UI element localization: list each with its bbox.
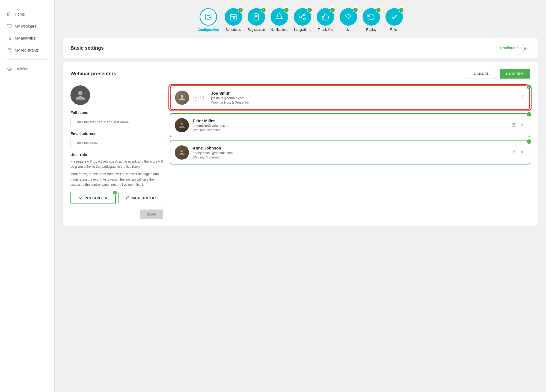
peter-miller-avatar bbox=[175, 118, 189, 132]
anne-johnson-email: annejohnson@domain.com bbox=[193, 151, 507, 155]
step-live-circle: ✓ bbox=[340, 8, 357, 26]
joe-smith-actions bbox=[519, 94, 525, 101]
svg-line-21 bbox=[301, 17, 304, 19]
anne-johnson-remove-button[interactable] bbox=[519, 149, 525, 156]
step-live-label: Live bbox=[345, 28, 351, 32]
step-live-check: ✓ bbox=[353, 7, 358, 13]
sidebar-item-webinars-label: My webinars bbox=[15, 24, 36, 28]
step-registration-check: ✓ bbox=[261, 7, 266, 13]
peter-miller-email: petermiller@domain.com bbox=[193, 124, 507, 128]
peter-miller-edit-button[interactable] bbox=[511, 122, 517, 129]
sidebar-item-registrants-label: My registrants bbox=[15, 48, 39, 52]
webinar-icon bbox=[7, 23, 12, 29]
svg-point-27 bbox=[195, 97, 196, 99]
peter-miller-role: Webinar Presenter bbox=[193, 128, 507, 132]
step-thank-you-circle: ✓ bbox=[317, 8, 334, 26]
mic-icon-sm bbox=[200, 95, 206, 101]
sidebar-item-my-webinars[interactable]: My webinars bbox=[0, 20, 54, 32]
anne-johnson-role: Webinar Moderator bbox=[193, 155, 507, 159]
sidebar-item-home-label: Home bbox=[15, 12, 25, 16]
registrants-icon bbox=[7, 47, 12, 53]
step-integrations-circle: ✓ bbox=[294, 8, 311, 26]
basic-settings-title: Basic settings bbox=[70, 45, 104, 51]
step-schedules-label: Schedules bbox=[226, 28, 241, 32]
basic-settings-card: Basic settings Configured bbox=[63, 38, 538, 58]
svg-point-18 bbox=[304, 14, 305, 16]
presenter-btn-label: PRESENTER bbox=[85, 196, 108, 200]
step-integrations-check: ✓ bbox=[307, 7, 312, 13]
home-icon bbox=[7, 11, 12, 17]
presenter-role-button[interactable]: PRESENTER ✓ bbox=[70, 192, 116, 204]
anne-johnson-edit-button[interactable] bbox=[511, 149, 517, 156]
role-description-moderators: Moderators, on the other hand, will only… bbox=[70, 172, 163, 187]
presenter-icons bbox=[193, 95, 206, 101]
svg-point-26 bbox=[127, 196, 128, 198]
peter-miller-info: Peter Miller petermiller@domain.com Webi… bbox=[193, 118, 507, 132]
role-description-presenters: Presenters will proactively speak at the… bbox=[70, 159, 163, 169]
presenters-list: Joe Smith joesmith@domain.com Webinar Ho… bbox=[170, 85, 530, 219]
step-configuration[interactable]: Configuration bbox=[198, 8, 219, 32]
sidebar-item-my-analytics[interactable]: My analytics bbox=[0, 32, 54, 44]
full-name-label: Full name bbox=[70, 110, 163, 115]
presenters-body: Full name Email address User role Presen… bbox=[70, 85, 530, 219]
joe-smith-avatar bbox=[175, 91, 189, 105]
role-buttons: PRESENTER ✓ MODERATOR bbox=[70, 192, 163, 204]
step-finish[interactable]: ✓ Finish bbox=[385, 8, 403, 32]
sidebar-divider bbox=[7, 59, 48, 60]
step-replay[interactable]: ✓ Replay bbox=[363, 8, 380, 32]
step-registration-label: Registration bbox=[248, 28, 265, 32]
presenter-card-anne-johnson[interactable]: Anne Johnson annejohnson@domain.com Webi… bbox=[170, 140, 530, 164]
sidebar: Home My webinars My analytics bbox=[0, 0, 55, 392]
step-schedules-check: ✓ bbox=[238, 7, 243, 13]
key-icon-sm bbox=[193, 95, 199, 101]
step-live[interactable]: ✓ Live bbox=[340, 8, 357, 32]
svg-point-20 bbox=[304, 18, 305, 20]
joe-smith-info: Joe Smith joesmith@domain.com Webinar Ho… bbox=[211, 91, 515, 104]
presenters-actions: CANCEL CONFIRM bbox=[467, 69, 530, 79]
presenter-card-peter-miller[interactable]: Peter Miller petermiller@domain.com Webi… bbox=[170, 113, 530, 137]
anne-johnson-check: ✓ bbox=[526, 139, 532, 144]
peter-miller-remove-button[interactable] bbox=[519, 122, 525, 129]
joe-smith-email: joesmith@domain.com bbox=[211, 96, 515, 100]
step-integrations[interactable]: ✓ Integrations bbox=[294, 8, 311, 32]
step-thank-you-check: ✓ bbox=[330, 7, 335, 13]
sidebar-item-my-registrants[interactable]: My registrants bbox=[0, 44, 54, 56]
joe-smith-name: Joe Smith bbox=[211, 91, 515, 95]
svg-rect-14 bbox=[254, 14, 258, 20]
step-replay-label: Replay bbox=[366, 28, 376, 32]
person-icon bbox=[126, 196, 130, 200]
step-registration[interactable]: ✓ Registration bbox=[248, 8, 265, 32]
configured-label: Configured bbox=[500, 46, 519, 50]
basic-settings-edit-button[interactable] bbox=[521, 44, 530, 52]
moderator-role-button[interactable]: MODERATOR bbox=[118, 192, 163, 204]
presenters-header: Webinar presenters CANCEL CONFIRM bbox=[70, 69, 530, 79]
mic-icon bbox=[79, 196, 82, 200]
presenter-form: Full name Email address User role Presen… bbox=[70, 85, 163, 219]
steps-navigation: Configuration 17 ✓ Schedules bbox=[63, 8, 538, 32]
step-notifications-circle: ✓ bbox=[271, 8, 288, 26]
step-schedules[interactable]: 17 ✓ Schedules bbox=[225, 8, 242, 32]
joe-smith-role: Webinar Host & Presenter bbox=[211, 101, 515, 104]
step-notifications[interactable]: ✓ Notifications bbox=[271, 8, 288, 32]
svg-point-19 bbox=[300, 16, 302, 18]
joe-smith-edit-button[interactable] bbox=[519, 94, 525, 101]
presenter-card-joe-smith[interactable]: Joe Smith joesmith@domain.com Webinar Ho… bbox=[170, 85, 530, 110]
svg-rect-0 bbox=[7, 24, 11, 27]
email-input[interactable] bbox=[70, 138, 163, 148]
step-thank-you-label: Thank You bbox=[318, 28, 333, 32]
peter-miller-name: Peter Miller bbox=[193, 118, 507, 123]
sidebar-item-training[interactable]: Training bbox=[0, 63, 54, 75]
anne-johnson-avatar bbox=[175, 145, 189, 160]
step-thank-you[interactable]: ✓ Thank You bbox=[317, 8, 334, 32]
cancel-button[interactable]: CANCEL bbox=[467, 69, 496, 79]
step-finish-circle: ✓ bbox=[385, 8, 403, 26]
basic-settings-header: Basic settings Configured bbox=[63, 38, 538, 58]
webinar-presenters-card: Webinar presenters CANCEL CONFIRM Full n… bbox=[63, 62, 538, 226]
step-configuration-label: Configuration bbox=[198, 28, 219, 32]
step-replay-check: ✓ bbox=[376, 7, 381, 13]
main-content: Configuration 17 ✓ Schedules bbox=[55, 0, 546, 392]
sidebar-item-home[interactable]: Home bbox=[0, 8, 54, 20]
full-name-input[interactable] bbox=[70, 117, 163, 127]
confirm-button[interactable]: CONFIRM bbox=[500, 69, 530, 79]
presenters-title: Webinar presenters bbox=[70, 71, 116, 77]
